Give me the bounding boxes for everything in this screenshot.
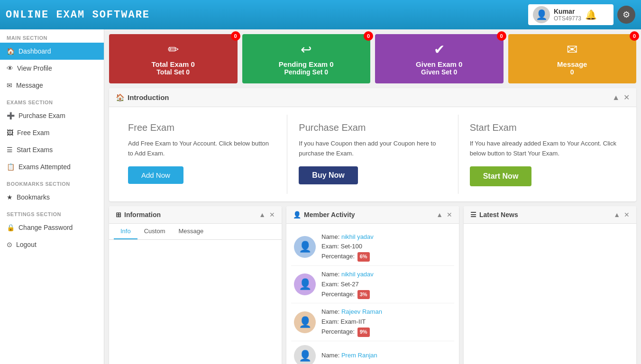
sidebar-label-logout: Logout	[16, 241, 37, 248]
stat-card-message[interactable]: 0 ✉ Message 0	[508, 34, 637, 83]
sidebar-item-exams-attempted[interactable]: 📋 Exams Attempted	[0, 158, 104, 175]
member-activity-close-button[interactable]: ✕	[447, 211, 452, 218]
member-activity-controls: ▲ ✕	[436, 211, 452, 218]
stat-cards: 0 ✏ Total Exam 0 Total Set 0 0 ↩ Pending…	[109, 34, 636, 83]
add-now-button[interactable]: Add Now	[128, 166, 183, 184]
member-label-name-3: Name:	[321, 352, 341, 359]
member-label-name-1: Name:	[321, 271, 341, 278]
stat-card-pending-exam[interactable]: 0 ↩ Pending Exam 0 Pending Set 0	[242, 34, 371, 83]
content-area: 0 ✏ Total Exam 0 Total Set 0 0 ↩ Pending…	[104, 29, 641, 364]
member-item-1: 👤 Name: nikhil yadav Exam: Set-27 Percen…	[291, 266, 454, 303]
pending-exam-badge: 0	[364, 31, 373, 41]
member-pct-2: 9%	[357, 328, 370, 337]
member-avatar-0: 👤	[294, 236, 316, 258]
bookmarks-section-label: BOOKMARKS SECTION	[0, 175, 104, 189]
sidebar-label-bookmarks: Bookmarks	[17, 193, 50, 201]
lock-icon: 🔒	[7, 224, 15, 231]
sidebar-label-free-exam: Free Exam	[17, 129, 49, 136]
message-stat-title: Message	[516, 60, 629, 68]
bottom-panels: ⊞ Information ▲ ✕ Info Custom Message	[109, 206, 636, 364]
introduction-title: 🏠 Introduction	[116, 93, 169, 102]
stat-card-total-exam[interactable]: 0 ✏ Total Exam 0 Total Set 0	[109, 34, 238, 83]
member-label-exam-2: Exam:	[321, 318, 340, 325]
house-icon: 🏠	[116, 93, 125, 102]
total-exam-title: Total Exam 0	[117, 60, 230, 68]
introduction-collapse-button[interactable]: ▲	[612, 93, 620, 102]
list-icon: ☰	[7, 146, 13, 154]
latest-news-title: ☰ Latest News	[470, 211, 518, 218]
sidebar-label-view-profile: View Profile	[17, 64, 52, 72]
start-exam-heading: Start Exam	[470, 122, 617, 133]
latest-news-content	[464, 224, 636, 233]
stat-card-given-exam[interactable]: 0 ✔ Given Exam 0 Given Set 0	[375, 34, 504, 83]
member-label-pct-0: Percentage:	[321, 253, 357, 260]
member-info-2: Name: Rajeev Raman Exam: Exam-IIT Percen…	[321, 307, 382, 337]
info-tabs: Info Custom Message	[109, 224, 282, 240]
start-exam-desc: If You have already added Exam to Your A…	[470, 139, 617, 159]
start-now-button[interactable]: Start Now	[470, 166, 532, 186]
purchase-exam-col: Purchase Exam If you have Coupon then ad…	[287, 115, 458, 194]
information-collapse-button[interactable]: ▲	[259, 211, 266, 218]
latest-news-panel: ☰ Latest News ▲ ✕	[464, 206, 636, 364]
sidebar-label-message: Message	[16, 82, 43, 89]
message-stat-sub: 0	[516, 68, 629, 76]
sidebar-item-bookmarks[interactable]: ★ Bookmarks	[0, 189, 104, 206]
member-info-0: Name: nikhil yadav Exam: Set-100 Percent…	[321, 232, 374, 262]
purchase-exam-desc: If you have Coupon then add your Coupon …	[299, 139, 446, 159]
start-exam-col: Start Exam If You have already added Exa…	[458, 115, 629, 194]
tab-info[interactable]: Info	[114, 224, 137, 239]
sidebar-item-free-exam[interactable]: 🖼 Free Exam	[0, 124, 104, 141]
sidebar-item-purchase-exam[interactable]: ➕ Purchase Exam	[0, 107, 104, 124]
given-exam-badge: 0	[497, 31, 506, 41]
introduction-close-button[interactable]: ✕	[623, 93, 630, 102]
member-label-exam-0: Exam:	[321, 243, 340, 250]
buy-now-button[interactable]: Buy Now	[299, 166, 357, 184]
user-id: OTS49773	[554, 15, 581, 22]
tab-custom[interactable]: Custom	[137, 224, 172, 239]
member-avatar-1: 👤	[294, 273, 316, 295]
user-name: Kumar	[554, 8, 581, 15]
information-panel: ⊞ Information ▲ ✕ Info Custom Message	[109, 206, 282, 364]
information-panel-controls: ▲ ✕	[259, 211, 275, 218]
sidebar-item-change-password[interactable]: 🔒 Change Password	[0, 219, 104, 236]
member-info-1: Name: nikhil yadav Exam: Set-27 Percenta…	[321, 270, 374, 299]
free-exam-heading: Free Exam	[128, 122, 275, 133]
latest-news-close-button[interactable]: ✕	[624, 211, 630, 218]
information-close-button[interactable]: ✕	[269, 211, 275, 218]
given-exam-sub: Given Set 0	[383, 68, 496, 76]
member-name-2[interactable]: Rajeev Raman	[341, 308, 382, 315]
sidebar-item-logout[interactable]: ⊙ Logout	[0, 236, 104, 253]
settings-button[interactable]: ⚙	[617, 6, 635, 24]
member-list: 👤 Name: nikhil yadav Exam: Set-100 Perce…	[286, 224, 459, 364]
member-exam-2: Exam-IIT	[340, 318, 366, 325]
latest-news-collapse-button[interactable]: ▲	[614, 211, 620, 218]
exams-section-label: EXAMS SECTION	[0, 94, 104, 107]
sidebar-item-view-profile[interactable]: 👁 View Profile	[0, 60, 104, 77]
member-name-3[interactable]: Prem Ranjan	[341, 352, 377, 359]
user-icon: 👤	[293, 211, 301, 218]
member-activity-header: 👤 Member Activity ▲ ✕	[286, 206, 459, 224]
bell-icon[interactable]: 🔔	[585, 9, 597, 20]
sidebar-item-start-exams[interactable]: ☰ Start Exams	[0, 141, 104, 158]
free-exam-col: Free Exam Add Free Exam to Your Account.…	[117, 115, 287, 194]
member-name-1[interactable]: nikhil yadav	[341, 271, 374, 278]
pending-exam-sub: Pending Set 0	[250, 68, 363, 76]
user-details: Kumar OTS49773	[554, 8, 581, 22]
total-exam-badge: 0	[231, 31, 240, 41]
tab-message[interactable]: Message	[172, 224, 210, 239]
sidebar-item-message[interactable]: ✉ Message	[0, 77, 104, 94]
introduction-grid: Free Exam Add Free Exam to Your Account.…	[109, 107, 636, 201]
main-section-label: MAIN SECTION	[0, 29, 104, 43]
member-exam-0: Set-100	[340, 243, 362, 250]
introduction-panel-header: 🏠 Introduction ▲ ✕	[109, 88, 636, 107]
member-pct-1: 3%	[357, 290, 370, 300]
message-stat-icon: ✉	[516, 42, 629, 57]
member-name-0[interactable]: nikhil yadav	[341, 233, 374, 240]
sidebar-item-dashboard[interactable]: 🏠 Dashboard	[0, 43, 104, 60]
member-label-pct-1: Percentage:	[321, 291, 357, 298]
main-layout: MAIN SECTION 🏠 Dashboard 👁 View Profile …	[0, 29, 641, 364]
member-activity-collapse-button[interactable]: ▲	[436, 211, 443, 218]
latest-news-header: ☰ Latest News ▲ ✕	[464, 206, 636, 224]
sidebar-label-dashboard: Dashboard	[18, 47, 51, 55]
sidebar-label-start-exams: Start Exams	[17, 146, 53, 154]
